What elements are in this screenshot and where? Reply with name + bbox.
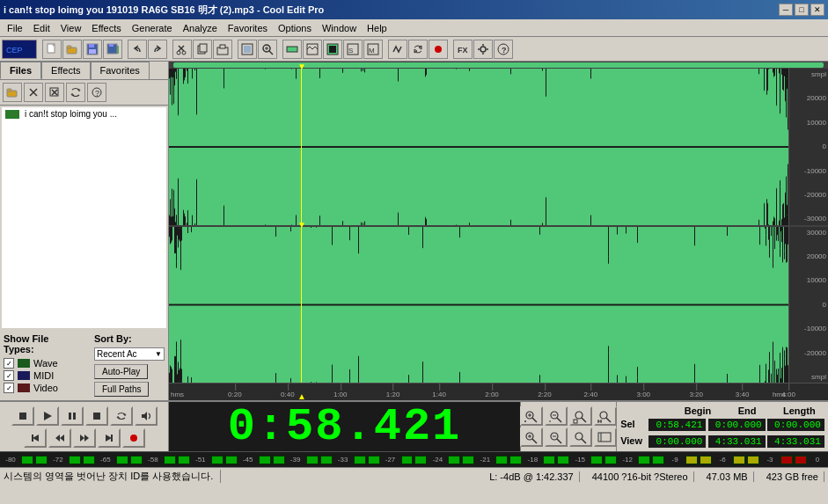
goto-end-button[interactable]	[98, 428, 121, 448]
zoom-in-button[interactable]	[258, 40, 277, 59]
cut-button[interactable]	[172, 40, 192, 59]
close-button[interactable]: ✕	[810, 4, 824, 16]
menu-view[interactable]: View	[55, 21, 87, 35]
level-seg-24	[557, 456, 569, 464]
open-button[interactable]	[62, 40, 82, 59]
paste-button[interactable]	[213, 40, 232, 59]
volume-button[interactable]	[135, 406, 158, 426]
scrollbar-thumb[interactable]	[173, 62, 824, 68]
maximize-button[interactable]: □	[795, 4, 809, 16]
auto-play-button[interactable]: Auto-Play	[94, 364, 148, 379]
file-open-btn[interactable]	[3, 83, 22, 102]
file-item[interactable]: i can!t stop loimg you ...	[2, 107, 166, 121]
scale-smpl-top: smpl	[791, 70, 826, 78]
settings-button[interactable]	[473, 40, 493, 59]
midi-icon	[18, 371, 30, 380]
level-seg-17	[401, 456, 414, 464]
menu-edit[interactable]: Edit	[28, 21, 55, 35]
time-display-area: 0:58.421	[169, 402, 520, 451]
svg-marker-60	[60, 435, 64, 442]
stop-button[interactable]	[11, 406, 34, 426]
tab-files[interactable]: Files	[0, 62, 41, 79]
save-all-button[interactable]	[103, 40, 122, 59]
wave-checkbox[interactable]: ✓	[4, 358, 14, 369]
loop-toggle-button[interactable]	[110, 406, 133, 426]
undo-button[interactable]	[128, 40, 147, 59]
svg-line-90	[557, 439, 561, 443]
menu-file[interactable]: File	[2, 21, 28, 35]
full-paths-button[interactable]: Full Paths	[94, 382, 149, 397]
svg-rect-94	[598, 433, 611, 442]
loop-button[interactable]	[408, 40, 428, 59]
level-label-12: -12	[619, 456, 636, 464]
stop2-button[interactable]	[85, 406, 108, 426]
effects-btn[interactable]: FX	[453, 40, 473, 59]
zoom-custom2-button[interactable]	[594, 427, 617, 447]
horizontal-scrollbar[interactable]	[169, 62, 828, 69]
pause-button[interactable]	[61, 406, 84, 426]
level-seg-32	[747, 456, 759, 464]
wave-label: Wave	[33, 358, 58, 369]
zoom-all-button[interactable]	[594, 406, 617, 426]
goto-start-button[interactable]	[24, 428, 47, 448]
svg-rect-10	[109, 44, 114, 47]
file-item-name: i can!t stop loimg you ...	[25, 109, 117, 119]
waveform-area[interactable]: smpl 20000 10000 0 -10000 -20000 -30000 …	[169, 62, 828, 400]
timeline-marks: hms 0:20 0:40 1:00 1:20 1:40 2:00 2:20 2…	[169, 383, 828, 400]
file-close-btn[interactable]	[24, 83, 43, 102]
video-checkbox[interactable]: ✓	[4, 383, 14, 393]
record-transport-button[interactable]	[122, 428, 145, 448]
level-seg-19	[448, 456, 460, 464]
zoom-custom1-button[interactable]	[569, 427, 592, 447]
redo-button[interactable]	[148, 40, 167, 59]
tab-favorites[interactable]: Favorites	[91, 62, 150, 79]
sort-dropdown[interactable]: Recent Ac ▼	[94, 347, 165, 361]
help-button[interactable]: ?	[494, 40, 513, 59]
zoom-out-h-button[interactable]	[545, 406, 568, 426]
level-seg-8	[178, 456, 190, 464]
record-button[interactable]	[429, 40, 448, 59]
menu-window[interactable]: Window	[317, 21, 362, 35]
waveform-btn5[interactable]: M	[363, 40, 383, 59]
level-seg-14	[320, 456, 333, 464]
tab-effects[interactable]: Effects	[41, 62, 90, 79]
svg-point-92	[575, 433, 583, 440]
menu-generate[interactable]: Generate	[127, 21, 178, 35]
new-button[interactable]	[42, 40, 62, 59]
menu-effects[interactable]: Effects	[86, 21, 126, 35]
copy-button[interactable]	[193, 40, 212, 59]
fastforward-button[interactable]	[73, 428, 96, 448]
waveform-btn3[interactable]	[323, 40, 342, 59]
waveform-canvas-top	[169, 69, 788, 225]
waveform-btn2[interactable]	[303, 40, 322, 59]
minimize-button[interactable]: ─	[779, 4, 793, 16]
status-bar: 시스템의 영역을 벗어난 장치 ID를 사용했습니다. L: -4dB @ 1:…	[0, 467, 828, 485]
mixdown-button[interactable]	[388, 40, 407, 59]
play-button[interactable]	[36, 406, 59, 426]
title-bar: i can!t stop loimg you 191019 RA6G SB16 …	[0, 0, 828, 19]
zoom-out-v-button[interactable]	[545, 427, 568, 447]
rewind-button[interactable]	[48, 428, 71, 448]
save-button[interactable]	[83, 40, 102, 59]
zoom-in-v-button[interactable]	[520, 427, 543, 447]
waveform-btn4[interactable]: S	[343, 40, 363, 59]
file-help-btn[interactable]: ?	[87, 83, 106, 102]
file-loop-btn[interactable]	[66, 83, 85, 102]
level-meter: -80 -72 -65 -58 -51 -45 -39 -33 -27 -24 …	[0, 451, 828, 467]
level-seg-1	[21, 456, 33, 464]
svg-point-14	[177, 51, 180, 55]
menu-help[interactable]: Help	[362, 21, 392, 35]
waveform-btn1[interactable]	[282, 40, 302, 59]
select-all-button[interactable]	[238, 40, 257, 59]
midi-checkbox[interactable]: ✓	[4, 370, 14, 381]
menu-analyze[interactable]: Analyze	[178, 21, 223, 35]
zoom-in-h-button[interactable]	[520, 406, 543, 426]
scale-n10k-b: -10000	[791, 325, 826, 332]
zoom-sel-button[interactable]	[569, 406, 592, 426]
menu-favorites[interactable]: Favorites	[223, 21, 273, 35]
transport-row2	[24, 428, 145, 448]
menu-options[interactable]: Options	[273, 21, 317, 35]
file-closeall-btn[interactable]	[45, 83, 64, 102]
view-end: 4:33.031	[708, 435, 766, 448]
wave-type-row: ✓ Wave	[4, 358, 80, 369]
